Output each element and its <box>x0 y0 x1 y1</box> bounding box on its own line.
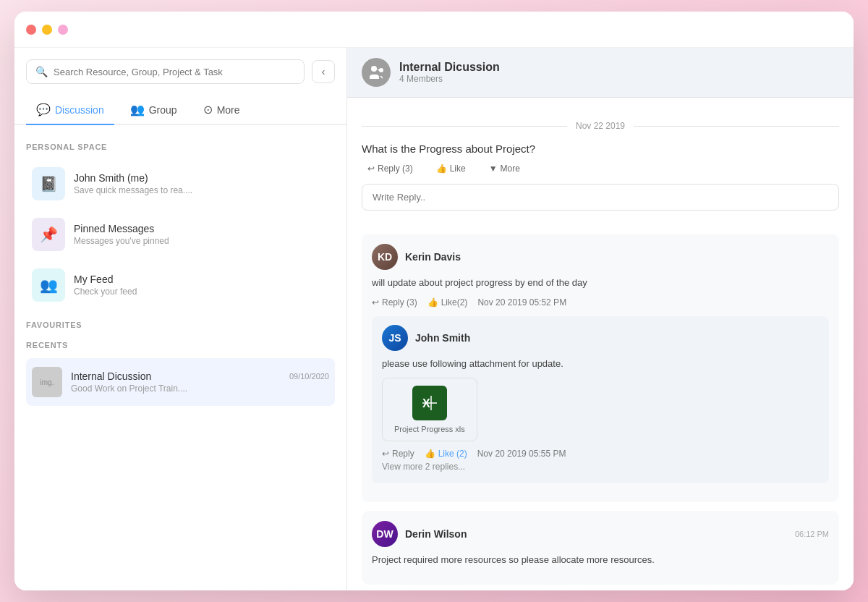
chat-header-icon <box>362 58 391 87</box>
comment-derin: DW Derin Wilson 06:12 PM Project require… <box>362 511 839 585</box>
sidebar-item-my-feed[interactable]: 👥 My Feed Check your feed <box>26 261 335 309</box>
maximize-button[interactable] <box>58 25 68 35</box>
john-reply-button[interactable]: ↩ Reply <box>382 449 414 459</box>
sidebar-item-john-smith[interactable]: 📓 John Smith (me) Save quick messages to… <box>26 160 335 208</box>
nav-tabs: 💬 Discussion 👥 Group ⊙ More <box>14 96 346 125</box>
tab-discussion-label: Discussion <box>55 104 104 116</box>
date-line-left <box>362 126 567 127</box>
recents-date: 09/10/2020 <box>289 372 329 381</box>
close-button[interactable] <box>26 25 36 35</box>
excel-icon: X <box>412 386 447 420</box>
more-button-top[interactable]: ▼ More <box>483 161 526 177</box>
recents-text: Internal Dicussion 09/10/2020 Good Work … <box>71 370 329 394</box>
kerin-comment-text: will update about project progress by en… <box>372 276 829 290</box>
comment-derin-header: DW Derin Wilson 06:12 PM <box>372 521 829 547</box>
discussion-icon: 💬 <box>36 103 51 116</box>
kerin-like-button[interactable]: 👍 Like(2) <box>427 297 468 308</box>
comment-kerin-header: KD Kerin Davis <box>372 244 829 270</box>
john-smith-icon: 📓 <box>32 167 65 200</box>
derin-time: 06:12 PM <box>795 530 829 538</box>
chat-header-info: Internal Dicussion 4 Members <box>399 61 500 84</box>
pinned-messages-text: Pinned Messages Messages you've pinned <box>74 223 169 246</box>
avatar-derin-img: DW <box>372 521 398 547</box>
search-bar: 🔍 ‹ <box>14 48 346 96</box>
john-smith-title: John Smith (me) <box>74 172 192 184</box>
attachment-excel[interactable]: X Project Progress xls <box>382 378 477 441</box>
tab-more[interactable]: ⊙ More <box>193 96 250 125</box>
search-icon: 🔍 <box>35 66 48 77</box>
avatar-john-img: JS <box>382 325 408 351</box>
recents-preview: Good Work on Project Train.... <box>71 383 329 394</box>
sidebar-content: PERSONAL SPACE 📓 John Smith (me) Save qu… <box>14 125 346 590</box>
app-window: 🔍 ‹ 💬 Discussion 👥 Group ⊙ More <box>14 12 854 590</box>
john-reply-text: please use following attachment for upda… <box>382 357 819 371</box>
like-icon-top: 👍 <box>436 164 447 174</box>
john-reply-icon: ↩ <box>382 449 389 459</box>
reply-label-top: Reply (3) <box>378 164 413 174</box>
kerin-like-label: Like(2) <box>441 297 468 308</box>
my-feed-text: My Feed Check your feed <box>74 274 137 297</box>
sidebar: 🔍 ‹ 💬 Discussion 👥 Group ⊙ More <box>14 48 347 590</box>
my-feed-title: My Feed <box>74 274 137 285</box>
avatar-kerin-img: KD <box>372 244 398 270</box>
kerin-name: Kerin Davis <box>405 251 461 263</box>
avatar-kerin: KD <box>372 244 398 270</box>
reply-icon-top: ↩ <box>367 164 375 174</box>
pinned-messages-icon: 📌 <box>32 218 65 251</box>
favourites-label: FAVOURITES <box>26 321 335 329</box>
recents-title-row: Internal Dicussion 09/10/2020 <box>71 370 329 382</box>
kerin-reply-button[interactable]: ↩ Reply (3) <box>372 297 417 308</box>
john-like-button[interactable]: 👍 Like (2) <box>425 449 467 459</box>
avatar-john: JS <box>382 325 408 351</box>
tab-group-label: Group <box>149 104 177 116</box>
john-reply-label: Reply <box>392 449 414 459</box>
message-actions: ↩ Reply (3) 👍 Like ▼ More <box>362 161 839 177</box>
john-smith-text: John Smith (me) Save quick messages to r… <box>74 172 192 195</box>
date-divider: Nov 22 2019 <box>362 121 839 131</box>
attachment-name: Project Progress xls <box>394 425 465 433</box>
view-more-replies[interactable]: View more 2 replies... <box>382 462 819 472</box>
kerin-comment-actions: ↩ Reply (3) 👍 Like(2) Nov 20 2019 05:52 … <box>372 297 829 308</box>
john-smith-subtitle: Save quick messages to rea.... <box>74 185 192 195</box>
tab-group[interactable]: 👥 Group <box>120 96 187 125</box>
chat-title: Internal Dicussion <box>399 61 500 74</box>
comment-john-header: JS John Smith <box>382 325 819 351</box>
chat-header: Internal Dicussion 4 Members <box>347 48 854 98</box>
kerin-reply-label: Reply (3) <box>382 297 417 308</box>
sidebar-item-pinned-messages[interactable]: 📌 Pinned Messages Messages you've pinned <box>26 211 335 258</box>
derin-name: Derin Wilson <box>405 528 467 540</box>
back-button[interactable]: ‹ <box>312 60 335 83</box>
personal-space-label: PERSONAL SPACE <box>26 143 335 151</box>
kerin-timestamp: Nov 20 2019 05:52 PM <box>477 297 566 308</box>
john-like-icon: 👍 <box>425 449 435 459</box>
like-button-top[interactable]: 👍 Like <box>430 161 472 177</box>
comment-john: JS John Smith please use following attac… <box>372 316 829 484</box>
recents-img: img. <box>32 367 62 397</box>
search-input[interactable] <box>54 67 295 77</box>
message-question: What is the Progress about Project? <box>362 143 839 155</box>
recents-name: Internal Dicussion <box>71 370 151 382</box>
john-like-label: Like (2) <box>438 449 467 459</box>
reply-button-top[interactable]: ↩ Reply (3) <box>362 161 419 177</box>
traffic-lights <box>26 25 68 35</box>
like-label-top: Like <box>450 164 466 174</box>
svg-point-0 <box>371 66 377 72</box>
pinned-messages-subtitle: Messages you've pinned <box>74 236 169 246</box>
john-comment-actions: ↩ Reply 👍 Like (2) Nov 20 2019 05:55 PM <box>382 449 819 459</box>
john-reply-wrap: JS John Smith please use following attac… <box>372 316 829 484</box>
tab-discussion[interactable]: 💬 Discussion <box>26 96 114 125</box>
reply-input-top[interactable] <box>362 184 839 211</box>
john-name: John Smith <box>415 332 470 344</box>
date-divider-text: Nov 22 2019 <box>576 121 625 131</box>
date-line-right <box>634 126 839 127</box>
search-input-wrap[interactable]: 🔍 <box>26 59 305 84</box>
top-message-block: What is the Progress about Project? ↩ Re… <box>362 143 839 222</box>
recents-item-internal-discussion[interactable]: img. Internal Dicussion 09/10/2020 Good … <box>26 358 335 406</box>
john-timestamp: Nov 20 2019 05:55 PM <box>477 449 566 459</box>
svg-point-1 <box>379 68 383 72</box>
my-feed-subtitle: Check your feed <box>74 287 137 297</box>
group-icon: 👥 <box>130 103 145 116</box>
derin-comment-text: Project required more resources so pleas… <box>372 553 829 567</box>
minimize-button[interactable] <box>42 25 52 35</box>
chat-panel: Internal Dicussion 4 Members Nov 22 2019… <box>347 48 854 590</box>
